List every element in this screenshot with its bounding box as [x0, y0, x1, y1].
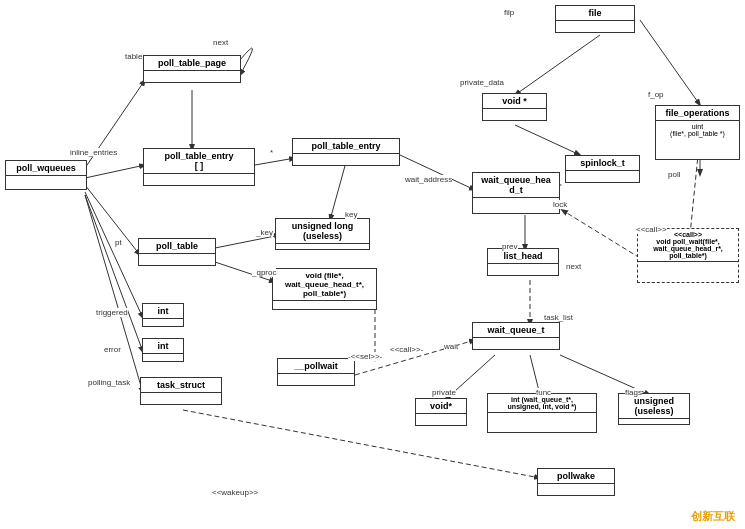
- box-wait-queue-head: wait_queue_head_t: [472, 172, 560, 214]
- label-star: *: [270, 148, 273, 157]
- label-wait: wait: [444, 342, 458, 351]
- svg-line-13: [400, 155, 475, 190]
- box-void-star: void *: [482, 93, 547, 121]
- label-sel: -<<sel>>-: [348, 352, 382, 361]
- box-file: file: [555, 5, 635, 33]
- label-wakeup: <<wakeup>>: [212, 488, 258, 497]
- svg-line-3: [515, 125, 580, 155]
- label-wait-address: wait_address: [405, 175, 452, 184]
- svg-line-12: [85, 195, 143, 393]
- label-underscore-key: _key: [256, 228, 273, 237]
- box-task-struct: task_struct: [140, 377, 222, 405]
- box-poll-wqueues: poll_wqueues: [5, 160, 87, 190]
- uml-diagram: file file_operations uint(file*, poll_ta…: [0, 0, 745, 529]
- box-int2: int: [142, 338, 184, 362]
- box-poll-wait-call: <<call>>void poll_wait(file*,wait_queue_…: [637, 228, 739, 283]
- label-private: private: [432, 388, 456, 397]
- box-spinlock-t: spinlock_t: [565, 155, 640, 183]
- label-call-sel: <<call>>-: [390, 345, 423, 354]
- label-func: func: [536, 388, 551, 397]
- label-table: table: [125, 52, 142, 61]
- box-poll-table-entry-arr: poll_table_entry[ ]: [143, 148, 255, 186]
- label-private-data: private_data: [460, 78, 504, 87]
- label-call-upper: <<call>>: [636, 225, 667, 234]
- box-pollwait-func: __pollwait: [277, 358, 355, 386]
- label-triggered: triggered: [96, 308, 128, 317]
- label-inline-entries: inline_entries: [70, 148, 117, 157]
- label-key: key: [345, 210, 357, 219]
- label-prev: prev: [502, 242, 518, 251]
- svg-line-9: [85, 185, 140, 255]
- svg-line-0: [515, 35, 600, 95]
- label-flags: flags: [625, 388, 642, 397]
- box-pollwake: pollwake: [537, 468, 615, 496]
- label-f-op: f_op: [648, 90, 664, 99]
- box-wait-queue-t: wait_queue_t: [472, 322, 560, 350]
- label-lock: lock: [553, 200, 567, 209]
- svg-line-11: [85, 195, 143, 352]
- label-next-list: next: [566, 262, 581, 271]
- box-list-head: list_head: [487, 248, 559, 276]
- box-file-operations: file_operations uint(file*, poll_table *…: [655, 105, 740, 160]
- label-error: error: [104, 345, 121, 354]
- box-int1: int: [142, 303, 184, 327]
- svg-line-6: [255, 158, 295, 165]
- box-unsigned-useless: unsigned(useless): [618, 393, 690, 425]
- label-polling-task: polling_task: [88, 378, 130, 387]
- label-qproc: _qproc: [252, 268, 276, 277]
- label-pt: pt: [115, 238, 122, 247]
- box-int-wait-func: int (wait_queue_t*,unsigned, int, void *…: [487, 393, 597, 433]
- box-void-func: void (file*,wait_queue_head_t*,poll_tabl…: [272, 268, 377, 310]
- svg-line-10: [85, 192, 143, 318]
- label-poll: poll: [668, 170, 680, 179]
- box-poll-table-page: poll_table_page: [143, 55, 241, 83]
- watermark: 创新互联: [691, 509, 735, 524]
- box-poll-table: poll_table: [138, 238, 216, 266]
- box-void-star2: void*: [415, 398, 467, 426]
- label-next: next: [213, 38, 228, 47]
- svg-line-25: [562, 210, 640, 258]
- label-filp: filp: [504, 8, 514, 17]
- box-unsigned-long: unsigned long(useless): [275, 218, 370, 250]
- svg-line-8: [85, 165, 145, 178]
- label-task-list: task_list: [544, 313, 573, 322]
- box-poll-table-entry: poll_table_entry: [292, 138, 400, 166]
